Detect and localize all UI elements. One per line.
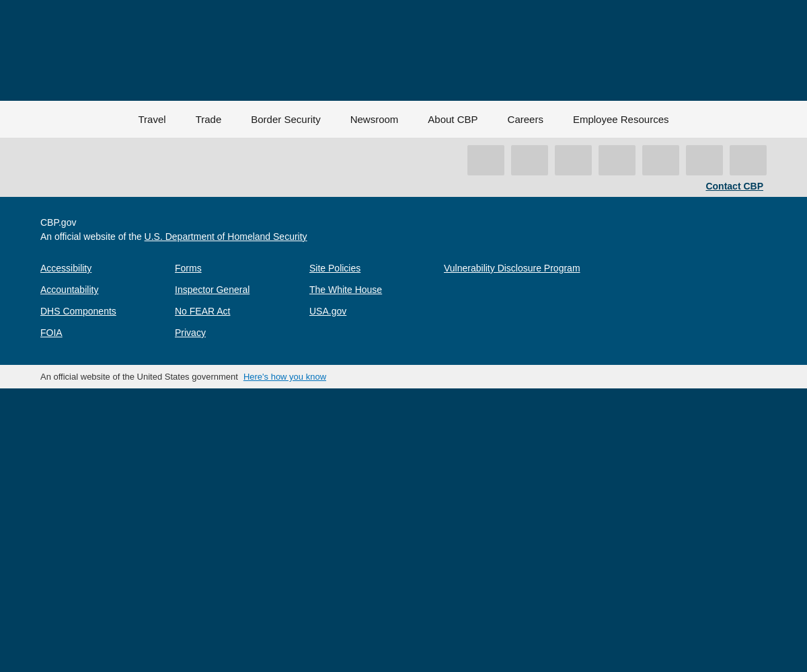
footer-link-no-fear-act[interactable]: No FEAR Act bbox=[175, 306, 309, 317]
footer-col-1: Accessibility Accountability DHS Compone… bbox=[40, 263, 175, 338]
nav-item-employee-resources[interactable]: Employee Resources bbox=[558, 114, 684, 125]
nav-item-border-security[interactable]: Border Security bbox=[236, 114, 335, 125]
social-icon-5[interactable] bbox=[642, 145, 679, 175]
footer: CBP.gov An official website of the U.S. … bbox=[0, 197, 807, 365]
social-icon-1[interactable] bbox=[467, 145, 504, 175]
heres-how-link[interactable]: Here's how you know bbox=[243, 372, 326, 382]
social-icon-4[interactable] bbox=[599, 145, 636, 175]
social-icon-6[interactable] bbox=[686, 145, 723, 175]
top-banner bbox=[0, 0, 807, 101]
social-bar: Contact CBP bbox=[0, 138, 807, 197]
footer-link-site-policies[interactable]: Site Policies bbox=[309, 263, 444, 274]
footer-link-dhs-components[interactable]: DHS Components bbox=[40, 306, 175, 317]
nav-item-about-cbp[interactable]: About CBP bbox=[413, 114, 492, 125]
footer-link-usa-gov[interactable]: USA.gov bbox=[309, 306, 444, 317]
footer-link-privacy[interactable]: Privacy bbox=[175, 327, 309, 338]
nav-item-travel[interactable]: Travel bbox=[124, 114, 181, 125]
nav-inner: Travel Trade Border Security Newsroom Ab… bbox=[0, 101, 807, 138]
dhs-link[interactable]: U.S. Department of Homeland Security bbox=[145, 231, 307, 242]
social-icon-7[interactable] bbox=[730, 145, 767, 175]
nav-item-careers[interactable]: Careers bbox=[493, 114, 558, 125]
footer-link-forms[interactable]: Forms bbox=[175, 263, 309, 274]
gov-banner: An official website of the United States… bbox=[0, 365, 807, 388]
social-icons-row bbox=[467, 145, 767, 175]
footer-links: Accessibility Accountability DHS Compone… bbox=[40, 263, 767, 338]
footer-col-3: Site Policies The White House USA.gov bbox=[309, 263, 444, 338]
footer-link-vulnerability-disclosure[interactable]: Vulnerability Disclosure Program bbox=[444, 263, 632, 274]
footer-col-2: Forms Inspector General No FEAR Act Priv… bbox=[175, 263, 309, 338]
site-name: CBP.gov bbox=[40, 217, 767, 228]
nav-bar: Travel Trade Border Security Newsroom Ab… bbox=[0, 101, 807, 138]
footer-link-accessibility[interactable]: Accessibility bbox=[40, 263, 175, 274]
gov-banner-text: An official website of the United States… bbox=[40, 372, 238, 382]
footer-col-4: Vulnerability Disclosure Program bbox=[444, 263, 632, 338]
social-icon-3[interactable] bbox=[555, 145, 592, 175]
footer-link-inspector-general[interactable]: Inspector General bbox=[175, 284, 309, 295]
footer-link-foia[interactable]: FOIA bbox=[40, 327, 175, 338]
official-website-line: An official website of the U.S. Departme… bbox=[40, 230, 767, 243]
social-icon-2[interactable] bbox=[511, 145, 548, 175]
official-prefix: An official website of the bbox=[40, 231, 145, 242]
contact-cbp-link[interactable]: Contact CBP bbox=[705, 181, 767, 192]
footer-link-white-house[interactable]: The White House bbox=[309, 284, 444, 295]
bottom-dark bbox=[0, 388, 807, 603]
footer-link-accountability[interactable]: Accountability bbox=[40, 284, 175, 295]
footer-site-info: CBP.gov An official website of the U.S. … bbox=[40, 217, 767, 243]
nav-item-trade[interactable]: Trade bbox=[181, 114, 237, 125]
nav-item-newsroom[interactable]: Newsroom bbox=[336, 114, 414, 125]
